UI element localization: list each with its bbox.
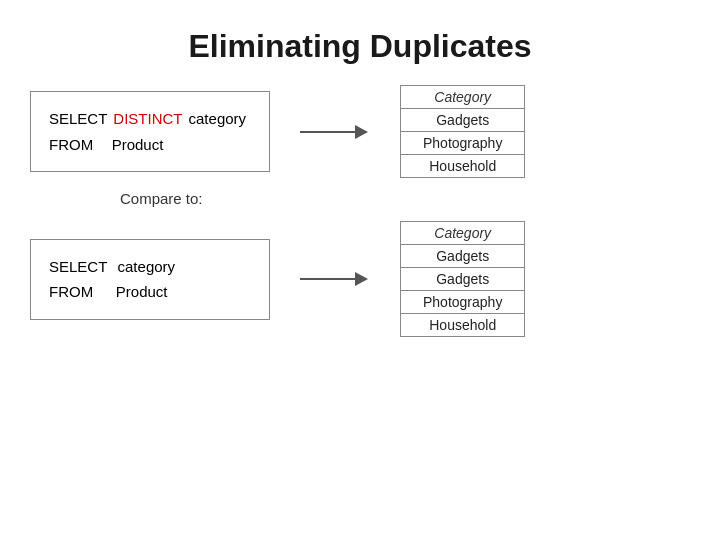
sql-box-plain: SELECT category FROM Product xyxy=(30,239,270,320)
result-header-plain: Category xyxy=(401,222,525,245)
sql-box-distinct: SELECT DISTINCT category FROM Product xyxy=(30,91,270,172)
product-table-bottom: Product xyxy=(99,279,167,305)
result-row: Gadgets xyxy=(401,268,525,291)
from-keyword-bottom: FROM xyxy=(49,279,93,305)
result-table-plain: Category Gadgets Gadgets Photography Hou… xyxy=(400,221,525,337)
result-row: Gadgets xyxy=(401,245,525,268)
distinct-keyword: DISTINCT xyxy=(113,106,182,132)
result-row: Household xyxy=(401,314,525,337)
svg-marker-1 xyxy=(355,125,368,139)
select-keyword-top: SELECT xyxy=(49,106,107,132)
select-keyword-bottom: SELECT xyxy=(49,254,107,280)
page-title: Eliminating Duplicates xyxy=(0,0,720,75)
result-row: Photography xyxy=(401,291,525,314)
result-row: Household xyxy=(401,155,525,178)
from-keyword-top: FROM xyxy=(49,132,93,158)
result-header-distinct: Category xyxy=(401,86,525,109)
result-row: Gadgets xyxy=(401,109,525,132)
arrow-top xyxy=(300,118,370,146)
result-table-distinct: Category Gadgets Photography Household xyxy=(400,85,525,178)
arrow-bottom xyxy=(300,265,370,293)
category-col-top: category xyxy=(189,106,247,132)
product-table-top: Product xyxy=(99,132,163,158)
compare-label: Compare to: xyxy=(120,190,690,207)
svg-marker-3 xyxy=(355,272,368,286)
result-row: Photography xyxy=(401,132,525,155)
category-col-bottom: category xyxy=(113,254,175,280)
